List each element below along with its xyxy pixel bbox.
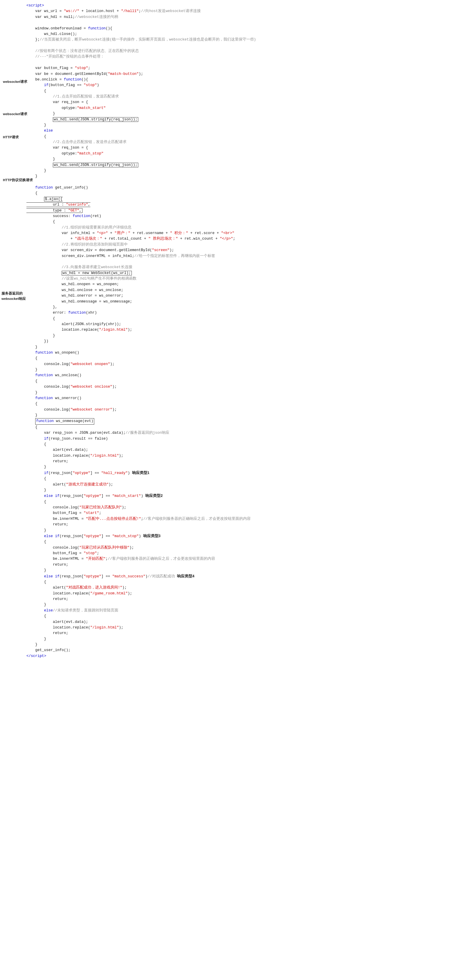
annotation-websocket-1: websocket请求 (3, 80, 27, 84)
annotation-http-protocol: HTTP协议切换请求 (3, 178, 33, 182)
annotation-websocket-response: 服务器返回的websocket响应 (2, 291, 26, 302)
code-content: <script> var ws_url = "ws://" + location… (26, 3, 457, 659)
annotation-websocket-2: websocket请求 (3, 112, 27, 116)
annotation-http-1: HTTP请求 (3, 135, 19, 140)
code-container: websocket请求 websocket请求 HTTP请求 HTTP协议切换请… (0, 3, 460, 662)
code-area: websocket请求 websocket请求 HTTP请求 HTTP协议切换请… (3, 3, 457, 659)
